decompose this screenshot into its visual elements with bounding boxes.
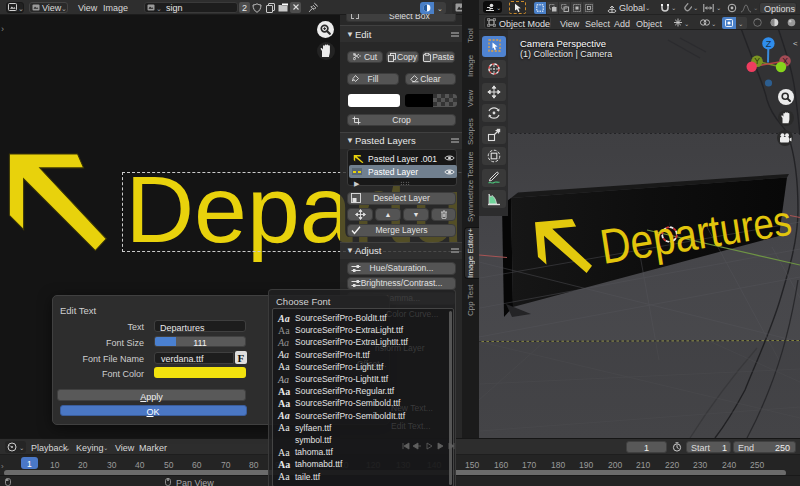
svg-text:Z: Z xyxy=(766,39,772,49)
